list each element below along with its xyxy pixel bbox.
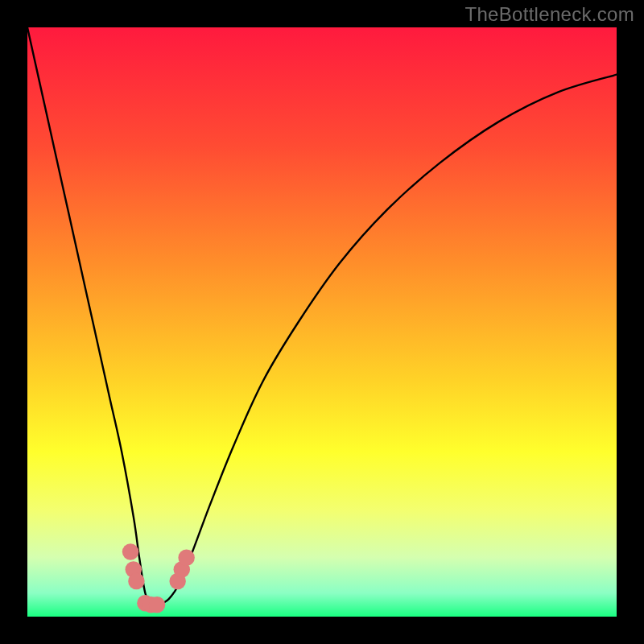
chart-frame: TheBottleneck.com [0, 0, 644, 644]
watermark-text: TheBottleneck.com [464, 3, 634, 26]
chart-background-gradient [27, 27, 617, 617]
chart-marker [122, 543, 138, 559]
chart-marker [128, 573, 144, 589]
chart-marker [149, 597, 165, 613]
chart-svg [27, 27, 617, 617]
chart-marker [178, 550, 194, 566]
chart-plot-area [27, 27, 617, 617]
